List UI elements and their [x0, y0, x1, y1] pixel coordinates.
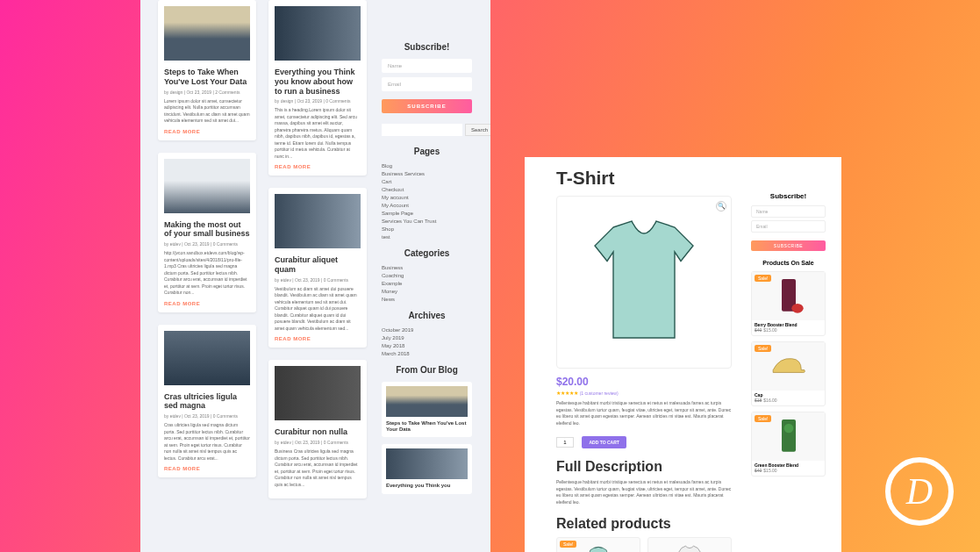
search-button[interactable]: Search — [465, 124, 490, 136]
read-more-link[interactable]: READ MORE — [164, 466, 250, 471]
archives-heading: Archives — [382, 311, 472, 320]
search-input[interactable] — [382, 124, 462, 136]
category-link[interactable]: Business — [382, 265, 472, 270]
archive-link[interactable]: May 2018 — [382, 343, 472, 348]
sale-product[interactable]: Sale! Green Booster Blend $40$15.00 — [751, 412, 826, 477]
post-image — [275, 366, 361, 420]
full-description-heading: Full Description — [556, 459, 732, 475]
post-card[interactable]: Cras ultricies ligula sed magna by etdev… — [158, 325, 256, 478]
product-price: $20.00 — [556, 376, 732, 388]
name-input[interactable]: Name — [751, 205, 826, 218]
post-title[interactable]: Cras ultricies ligula sed magna — [164, 392, 250, 412]
sale-badge: Sale! — [755, 345, 771, 352]
sale-product-name: Cap — [752, 391, 825, 398]
post-card[interactable]: Curabitur non nulla by etdev | Oct 23, 2… — [268, 360, 367, 498]
post-card[interactable]: Curabitur aliquet quam by etdev | Oct 23… — [268, 188, 367, 348]
product-image-wrap: 🔍 — [556, 196, 732, 369]
from-blog-title: Steps to Take When You've Lost Your Data — [386, 420, 468, 433]
post-card[interactable]: Making the most out of your small busine… — [158, 153, 256, 312]
page-link[interactable]: test — [382, 234, 472, 240]
subscribe-button[interactable]: SUBSCRIBE — [382, 99, 472, 113]
quantity-input[interactable] — [556, 437, 574, 448]
page-link[interactable]: My account — [382, 195, 472, 200]
post-image — [164, 159, 250, 213]
categories-list: Business Coaching Example Money News — [382, 265, 472, 302]
archive-link[interactable]: July 2019 — [382, 335, 472, 341]
post-excerpt: This is a heading.Lorem ipsum dolor sit … — [275, 107, 361, 160]
category-link[interactable]: Coaching — [382, 273, 472, 278]
review-count[interactable]: (1 customer review) — [580, 391, 619, 396]
short-description: Pellentesque habitant morbi tristique se… — [556, 400, 732, 427]
post-excerpt: Cras ultricies ligula sed magna dictum p… — [164, 422, 250, 462]
post-excerpt: Business Cras ultricies ligula sed magna… — [275, 448, 361, 488]
from-blog-card[interactable]: Everything you Think you — [382, 444, 472, 493]
read-more-link[interactable]: READ MORE — [275, 336, 361, 341]
zoom-icon[interactable]: 🔍 — [716, 201, 726, 211]
name-input[interactable]: Name — [382, 59, 472, 73]
page-link[interactable]: Services You Can Trust — [382, 219, 472, 224]
page-link[interactable]: Checkout — [382, 187, 472, 192]
post-title[interactable]: Curabitur non nulla — [275, 427, 361, 437]
category-link[interactable]: Example — [382, 281, 472, 286]
page-link[interactable]: Blog — [382, 163, 472, 168]
post-meta: by etdev | Oct 23, 2019 | 0 Comments — [275, 440, 361, 445]
page-link[interactable]: Shop — [382, 226, 472, 232]
archives-list: October 2019 July 2019 May 2018 March 20… — [382, 327, 472, 356]
email-input[interactable]: Email — [751, 220, 826, 233]
sale-product[interactable]: Sale! Cap $18$16.00 — [751, 341, 826, 406]
post-card[interactable]: Steps to Take When You've Lost Your Data… — [158, 0, 256, 140]
from-blog-card[interactable]: Steps to Take When You've Lost Your Data — [382, 382, 472, 437]
read-more-link[interactable]: READ MORE — [275, 164, 361, 169]
post-title[interactable]: Steps to Take When You've Lost Your Data — [164, 68, 250, 87]
post-title[interactable]: Making the most out of your small busine… — [164, 220, 250, 240]
from-blog-image — [386, 448, 468, 479]
post-meta: by etdev | Oct 23, 2019 | 0 Comments — [275, 277, 361, 283]
read-more-link[interactable]: READ MORE — [164, 301, 250, 306]
post-image — [275, 194, 361, 248]
divi-logo-icon: D — [885, 457, 954, 526]
email-input[interactable]: Email — [382, 77, 472, 91]
subscribe-button[interactable]: SUBSCRIBE — [751, 240, 826, 251]
category-link[interactable]: Money — [382, 289, 472, 294]
page-link[interactable]: Business Services — [382, 171, 472, 176]
post-card[interactable]: Everything you Think you know about how … — [268, 0, 367, 176]
page-link[interactable]: Cart — [382, 179, 472, 184]
from-blog-title: Everything you Think you — [386, 483, 468, 489]
sale-badge: Sale! — [755, 415, 771, 422]
svg-point-1 — [791, 304, 803, 313]
categories-heading: Categories — [382, 248, 472, 258]
post-title[interactable]: Curabitur aliquet quam — [275, 255, 361, 275]
full-description-text: Pellentesque habitant morbi tristique se… — [556, 479, 732, 505]
post-meta: by etdev | Oct 23, 2019 | 0 Comments — [164, 241, 250, 247]
read-more-link[interactable]: READ MORE — [164, 129, 250, 134]
svg-point-3 — [783, 423, 793, 433]
post-title[interactable]: Everything you Think you know about how … — [275, 68, 361, 96]
post-excerpt: http://jvcon.sandbox.etdevs.com/blog/wp-… — [164, 250, 250, 297]
sale-badge: Sale! — [755, 275, 771, 282]
post-meta: by design | Oct 23, 2019 | 2 Comments — [164, 90, 250, 95]
add-to-cart-button[interactable]: ADD TO CART — [582, 436, 626, 448]
product-sidebar: Subscribe! Name Email SUBSCRIBE Products… — [751, 192, 826, 482]
post-meta: by etdev | Oct 23, 2019 | 0 Comments — [164, 413, 250, 419]
page-link[interactable]: Sample Page — [382, 211, 472, 216]
related-heading: Related products — [556, 516, 732, 532]
archive-link[interactable]: October 2019 — [382, 327, 472, 333]
sale-product[interactable]: Sale! Berry Booster Blend $40$15.00 — [751, 271, 826, 336]
blog-mockup: Steps to Take When You've Lost Your Data… — [140, 0, 490, 552]
archive-link[interactable]: March 2018 — [382, 351, 472, 356]
related-product[interactable] — [647, 537, 732, 552]
from-blog-image — [386, 386, 468, 417]
category-link[interactable]: News — [382, 297, 472, 302]
page-link[interactable]: My Account — [382, 203, 472, 208]
products-on-sale-heading: Products On Sale — [751, 260, 826, 266]
post-image — [164, 331, 250, 385]
rating-stars: ★★★★★ (1 customer review) — [556, 390, 732, 396]
pages-list: Blog Business Services Cart Checkout My … — [382, 163, 472, 240]
post-image — [164, 6, 250, 61]
post-excerpt: Vestibulum ac diam sit amet dui posuere … — [275, 286, 361, 333]
product-image[interactable] — [557, 197, 731, 368]
product-mockup: T-Shirt 🔍 $20.00 ★★★★★ (1 customer revie… — [525, 157, 841, 552]
pages-heading: Pages — [382, 147, 472, 156]
post-meta: by design | Oct 23, 2019 | 0 Comments — [275, 98, 361, 104]
related-product[interactable]: Sale! — [556, 537, 640, 552]
